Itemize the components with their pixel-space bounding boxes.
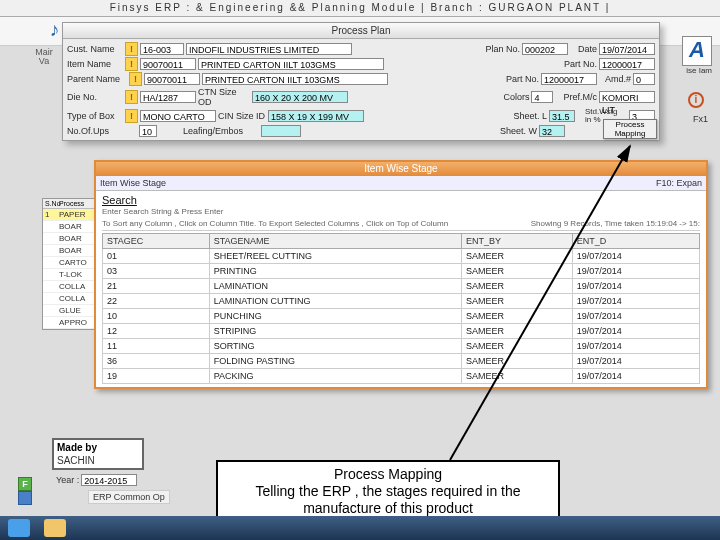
leafing-input[interactable] [261,125,301,137]
year-row: Year :2014-2015 [56,474,137,486]
search-hint: Enter Search String & Press Enter [102,207,700,216]
parent-desc-input[interactable]: PRINTED CARTON IILT 103GMS [202,73,388,85]
side-item[interactable]: COLLA [43,281,101,293]
fx1-label: Fx1 [693,114,708,124]
search-label[interactable]: Search [102,194,700,206]
table-row[interactable]: 36FOLDING PASTINGSAMEER19/07/2014 [103,354,700,369]
plan-no-label: Plan No. [485,44,520,54]
pref-mc-input[interactable]: KOMORI LIT [599,91,655,103]
date-input[interactable]: 19/07/2014 [599,43,655,55]
ctn-size-input[interactable]: 160 X 20 X 200 MV [252,91,348,103]
ie-icon[interactable] [8,519,30,537]
year-input[interactable]: 2014-2015 [81,474,137,486]
warn-icon[interactable]: ! [129,72,142,86]
music-icon: ♪ [50,19,60,41]
iws-expand[interactable]: F10: Expan [656,178,702,188]
records-info: Showing 9 Records, Time taken 15:19:04 -… [531,219,700,228]
taskbar[interactable] [0,516,720,540]
die-no-input[interactable]: HA/1287 [140,91,196,103]
sheet-l-input[interactable]: 31.5 [549,110,575,122]
part-no-label2: Part No. [506,74,539,84]
parent-code-input[interactable]: 90070011 [144,73,200,85]
ups-input[interactable]: 10 [139,125,157,137]
side-item[interactable]: T-LOK [43,269,101,281]
type-box-input[interactable]: MONO CARTO [140,110,216,122]
process-plan-window: Process Plan Cust. Name ! 16-003 INDOFIL… [62,22,660,141]
table-row[interactable]: 10PUNCHINGSAMEER19/07/2014 [103,309,700,324]
plan-no-input[interactable]: 000202 [522,43,568,55]
col-header[interactable]: STAGEC [103,234,210,249]
leafing-label: Leafing/Embos [183,126,259,136]
colors-label: Colors [503,92,529,102]
side-item[interactable]: 1PAPER [43,209,101,221]
iws-bar-left: Item Wise Stage [100,178,166,188]
colors-input[interactable]: 4 [531,91,553,103]
table-row[interactable]: 19PACKINGSAMEER19/07/2014 [103,369,700,384]
side-item[interactable]: GLUE [43,305,101,317]
table-row[interactable]: 21LAMINATIONSAMEER19/07/2014 [103,279,700,294]
cin-size-input[interactable]: 158 X 19 X 199 MV [268,110,364,122]
warn-icon[interactable]: ! [125,42,138,56]
warn-icon[interactable]: ! [125,90,138,104]
folder-icon[interactable] [44,519,66,537]
company-input[interactable]: INDOFIL INDUSTRIES LIMITED [186,43,352,55]
stage-table: STAGECSTAGENAMEENT_BYENT_D 01SHEET/REEL … [102,233,700,384]
side-item[interactable]: COLLA [43,293,101,305]
item-wise-stage-window: Item Wise Stage Item Wise StageF10: Expa… [94,160,708,389]
col-header[interactable]: ENT_BY [462,234,573,249]
item-code-input[interactable]: 90070011 [140,58,196,70]
erp-common-tab[interactable]: ERP Common Op [88,490,170,504]
sheet-l-label: Sheet. L [513,111,547,121]
side-item[interactable]: BOAR [43,221,101,233]
item-name-label: Item Name [67,59,123,69]
sort-hint: To Sort any Column , Click on Column Tit… [102,219,448,228]
cust-code-input[interactable]: 16-003 [140,43,184,55]
item-desc-input[interactable]: PRINTED CARTON IILT 103GMS [198,58,384,70]
a-icon[interactable]: A [682,36,712,66]
side-item[interactable]: BOAR [43,233,101,245]
calc-icon[interactable] [18,491,32,505]
made-by-value: SACHIN [54,455,142,468]
table-row[interactable]: 22LAMINATION CUTTINGSAMEER19/07/2014 [103,294,700,309]
iws-title: Item Wise Stage [96,162,706,176]
ctn-size-label: CTN Size OD [198,87,250,107]
excel-icon[interactable]: F [18,477,32,491]
date-label: Date [578,44,597,54]
made-by-box: Made by SACHIN [52,438,144,470]
sheet-w-label: Sheet. W [500,126,537,136]
ups-label: No.Of.Ups [67,126,123,136]
die-no-label: Die No. [67,92,123,102]
side-item[interactable]: CARTO [43,257,101,269]
process-mapping-button[interactable]: Process Mapping [603,119,657,139]
table-row[interactable]: 03PRINTINGSAMEER19/07/2014 [103,264,700,279]
side-list-header: S.NoProcess [43,199,101,209]
cust-name-label: Cust. Name [67,44,123,54]
type-box-label: Type of Box [67,111,123,121]
part-no2-input[interactable]: 12000017 [541,73,597,85]
sheet-w-input[interactable]: 32 [539,125,565,137]
amd-input[interactable]: 0 [633,73,655,85]
warn-icon[interactable]: ! [125,57,138,71]
part-no-input[interactable]: 12000017 [599,58,655,70]
table-row[interactable]: 01SHEET/REEL CUTTINGSAMEER19/07/2014 [103,249,700,264]
col-header[interactable]: STAGENAME [209,234,461,249]
side-item[interactable]: BOAR [43,245,101,257]
ribbon-label-main: MairVa [28,48,60,66]
side-item[interactable]: APPRO [43,317,101,329]
info-icon[interactable]: i [688,92,704,108]
process-plan-title: Process Plan [63,23,659,39]
warn-icon[interactable]: ! [125,109,138,123]
cin-size-label: CIN Size ID [218,111,266,121]
ise-label: ise Iam [686,66,712,75]
col-header[interactable]: ENT_D [572,234,699,249]
side-process-list: S.NoProcess 1PAPERBOARBOARBOARCARTOT-LOK… [42,198,102,330]
made-by-label: Made by [54,440,142,455]
app-title: Finsys ERP : & Engineering && Planning M… [0,0,720,17]
table-row[interactable]: 11SORTINGSAMEER19/07/2014 [103,339,700,354]
table-row[interactable]: 12STRIPINGSAMEER19/07/2014 [103,324,700,339]
parent-name-label: Parent Name [67,74,127,84]
pref-mc-label: Pref.M/c [563,92,597,102]
part-no-label: Part No. [564,59,597,69]
amd-label: Amd.# [605,74,631,84]
